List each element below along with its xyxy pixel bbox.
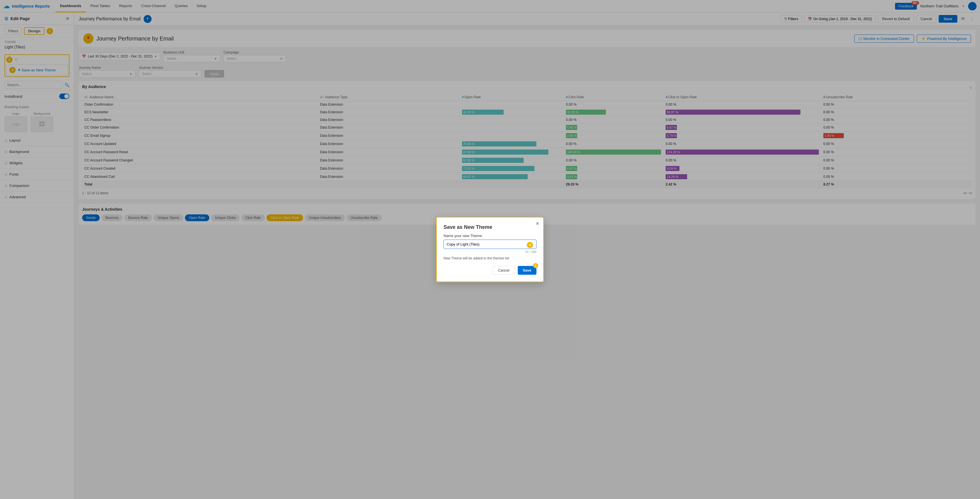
modal-char-count: 21 / 100 — [444, 250, 536, 253]
modal-cancel-button[interactable]: Cancel — [493, 266, 515, 275]
modal-label: Name your new Theme: — [444, 234, 536, 238]
modal-title: Save as New Theme — [444, 224, 536, 230]
modal-close-button[interactable]: ✕ — [536, 221, 539, 226]
modal-theme-name-input[interactable] — [444, 240, 536, 249]
modal-hint: New Theme will be added to the themes li… — [444, 256, 536, 260]
modal-overlay: ✕ Save as New Theme Name your new Theme:… — [0, 0, 980, 499]
step-5-badge: 5 — [533, 263, 538, 268]
modal-save-button[interactable]: Save 5 — [518, 266, 536, 275]
save-as-new-theme-modal: ✕ Save as New Theme Name your new Theme:… — [436, 217, 544, 282]
step-4-badge: 4 — [527, 242, 533, 248]
modal-actions: Cancel Save 5 — [444, 266, 536, 275]
